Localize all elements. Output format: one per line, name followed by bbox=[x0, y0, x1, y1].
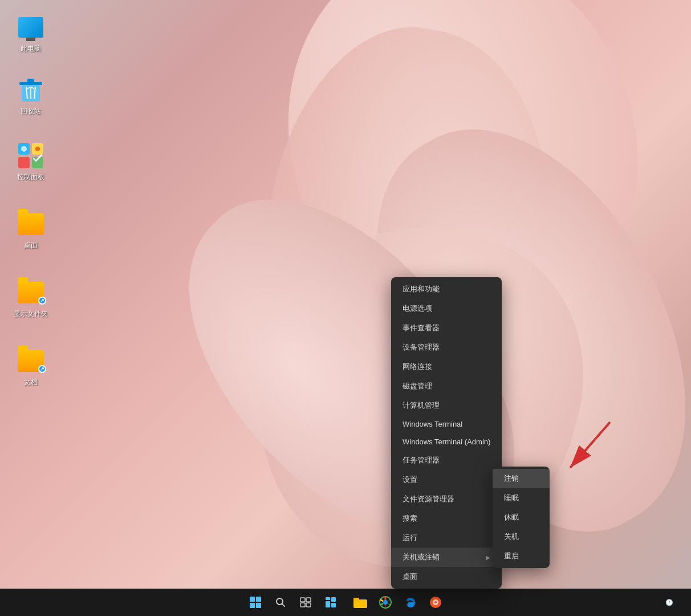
svg-rect-17 bbox=[326, 597, 330, 600]
menu-item-device-manager[interactable]: 设备管理器 bbox=[391, 338, 502, 357]
svg-rect-14 bbox=[306, 598, 311, 602]
system-tray: 🕐 bbox=[659, 592, 680, 613]
submenu-item-restart[interactable]: 重启 bbox=[493, 546, 550, 566]
chrome-taskbar-button[interactable] bbox=[374, 591, 397, 614]
power-submenu: 注销 睡眠 休眠 关机 重启 bbox=[493, 467, 550, 568]
menu-item-search[interactable]: 搜索 bbox=[391, 509, 502, 528]
start-button[interactable] bbox=[244, 591, 267, 614]
svg-rect-13 bbox=[300, 598, 305, 602]
submenu-item-hibernate[interactable]: 休眠 bbox=[493, 508, 550, 527]
menu-item-file-explorer[interactable]: 文件资源管理器 bbox=[391, 489, 502, 509]
menu-item-shutdown-signout[interactable]: 关机或注销 ▶ bbox=[391, 548, 502, 567]
menu-item-desktop[interactable]: 桌面 bbox=[391, 567, 502, 586]
widgets-button[interactable] bbox=[319, 591, 342, 614]
folder-docs-label: 文档 bbox=[24, 378, 38, 387]
task-view-button[interactable] bbox=[294, 591, 317, 614]
svg-rect-18 bbox=[331, 597, 336, 602]
windows-logo-icon bbox=[250, 597, 261, 608]
this-pc-label: 此电脑 bbox=[21, 44, 41, 54]
menu-item-event-viewer[interactable]: 事件查看器 bbox=[391, 318, 502, 338]
svg-rect-16 bbox=[306, 603, 311, 607]
svg-rect-19 bbox=[326, 601, 330, 607]
svg-point-27 bbox=[434, 601, 437, 603]
submenu-item-sign-out[interactable]: 注销 bbox=[493, 469, 550, 488]
svg-rect-2 bbox=[27, 79, 34, 83]
control-panel-icon bbox=[17, 142, 44, 169]
submenu-item-shutdown[interactable]: 关机 bbox=[493, 527, 550, 546]
menu-item-settings[interactable]: 设置 bbox=[391, 470, 502, 489]
widgets-icon bbox=[325, 597, 336, 608]
edge-icon bbox=[404, 596, 417, 609]
desktop-icon-recycle-bin[interactable]: 回收站 bbox=[8, 74, 54, 119]
desktop-icon-folder-display[interactable]: ↗ 显示文件夹 bbox=[8, 277, 54, 321]
submenu-item-sleep[interactable]: 睡眠 bbox=[493, 488, 550, 508]
svg-rect-5 bbox=[18, 157, 30, 168]
menu-item-windows-terminal[interactable]: Windows Terminal bbox=[391, 415, 502, 433]
task-view-icon bbox=[300, 597, 311, 607]
folder-desktop-icon bbox=[17, 210, 44, 238]
desktop-icon-folder-desktop[interactable]: 桌面 bbox=[8, 208, 54, 253]
menu-item-task-manager[interactable]: 任务管理器 bbox=[391, 451, 502, 470]
file-explorer-icon bbox=[353, 597, 367, 608]
folder-desktop-label: 桌面 bbox=[24, 241, 38, 250]
search-icon bbox=[275, 597, 286, 607]
desktop-icon-control-panel[interactable]: 控制面板 bbox=[8, 140, 54, 184]
this-pc-icon bbox=[17, 14, 44, 41]
svg-point-8 bbox=[35, 147, 40, 151]
menu-item-apps-features[interactable]: 应用和功能 bbox=[391, 279, 502, 299]
clock-display: 🕐 bbox=[665, 599, 673, 606]
svg-line-12 bbox=[282, 604, 285, 607]
desktop bbox=[0, 0, 691, 616]
desktop-icon-this-pc[interactable]: 此电脑 bbox=[8, 11, 54, 56]
menu-item-disk-management[interactable]: 磁盘管理 bbox=[391, 376, 502, 396]
folder-display-icon: ↗ bbox=[17, 279, 44, 306]
file-explorer-taskbar-button[interactable] bbox=[349, 591, 372, 614]
svg-point-7 bbox=[21, 146, 27, 152]
context-menu: 应用和功能 电源选项 事件查看器 设备管理器 网络连接 磁盘管理 计算机管理 W… bbox=[391, 277, 502, 589]
desktop-icon-folder-docs[interactable]: ↗ 文档 bbox=[8, 345, 54, 390]
svg-rect-20 bbox=[331, 603, 336, 607]
chrome-icon bbox=[379, 596, 392, 609]
menu-item-network[interactable]: 网络连接 bbox=[391, 357, 502, 376]
colorful-app-icon bbox=[429, 596, 442, 609]
menu-item-power-options[interactable]: 电源选项 bbox=[391, 299, 502, 318]
svg-point-24 bbox=[383, 600, 388, 605]
recycle-bin-icon bbox=[17, 76, 44, 104]
recycle-bin-label: 回收站 bbox=[21, 107, 41, 116]
submenu-arrow-icon: ▶ bbox=[486, 554, 490, 561]
extra-taskbar-button[interactable] bbox=[424, 591, 447, 614]
folder-display-label: 显示文件夹 bbox=[14, 310, 48, 319]
menu-item-windows-terminal-admin[interactable]: Windows Terminal (Admin) bbox=[391, 433, 502, 451]
svg-rect-22 bbox=[353, 598, 359, 601]
folder-docs-icon: ↗ bbox=[17, 347, 44, 375]
search-button[interactable] bbox=[269, 591, 292, 614]
taskbar-center bbox=[244, 591, 447, 614]
edge-taskbar-button[interactable] bbox=[399, 591, 422, 614]
system-tray-clock[interactable]: 🕐 bbox=[659, 592, 680, 613]
menu-item-run[interactable]: 运行 bbox=[391, 528, 502, 548]
taskbar: 🕐 bbox=[0, 589, 691, 616]
control-panel-label: 控制面板 bbox=[17, 173, 44, 182]
menu-item-computer-management[interactable]: 计算机管理 bbox=[391, 396, 502, 415]
svg-rect-15 bbox=[300, 603, 305, 607]
